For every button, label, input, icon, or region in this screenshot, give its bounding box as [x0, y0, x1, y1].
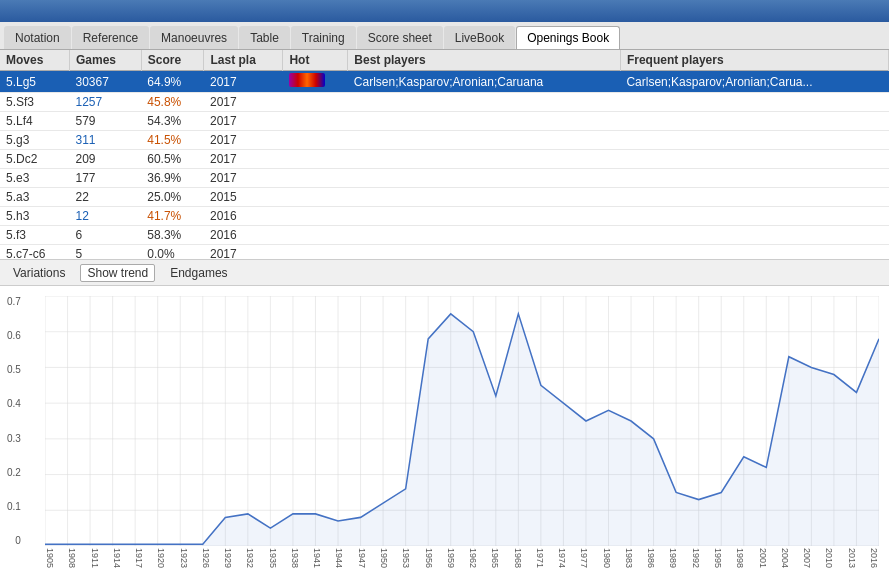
cell-best-players [348, 188, 621, 207]
table-row[interactable]: 5.Lg53036764.9%2017Carlsen;Kasparov;Aron… [0, 71, 889, 93]
cell-best-players [348, 207, 621, 226]
cell-last-pla: 2017 [204, 245, 283, 261]
x-axis-label: 2007 [802, 548, 812, 568]
cell-games: 22 [69, 188, 141, 207]
table-row[interactable]: 5.a32225.0%2015 [0, 188, 889, 207]
x-axis-label: 1965 [490, 548, 500, 568]
tab-reference[interactable]: Reference [72, 26, 149, 49]
hot-indicator [289, 73, 325, 87]
title-bar [0, 0, 889, 22]
tab-notation[interactable]: Notation [4, 26, 71, 49]
x-axis-label: 1947 [357, 548, 367, 568]
cell-score: 0.0% [141, 245, 204, 261]
cell-hot [283, 131, 348, 150]
x-axis: 1905190819111914191719201923192619291932… [45, 548, 879, 568]
cell-games: 209 [69, 150, 141, 169]
tab-scoresheet[interactable]: Score sheet [357, 26, 443, 49]
cell-last-pla: 2017 [204, 150, 283, 169]
x-axis-label: 2013 [847, 548, 857, 568]
cell-last-pla: 2017 [204, 169, 283, 188]
cell-games: 579 [69, 112, 141, 131]
cell-moves: 5.c7-c6 [0, 245, 69, 261]
table-row[interactable]: 5.Sf3125745.8%2017 [0, 93, 889, 112]
cell-score: 36.9% [141, 169, 204, 188]
chart-wrapper: 0.70.60.50.40.30.20.10 19051908191119141… [45, 296, 879, 546]
x-axis-label: 2004 [780, 548, 790, 568]
cell-score: 41.5% [141, 131, 204, 150]
x-axis-label: 1974 [557, 548, 567, 568]
cell-last-pla: 2017 [204, 93, 283, 112]
tab-table[interactable]: Table [239, 26, 290, 49]
table-row[interactable]: 5.f3658.3%2016 [0, 226, 889, 245]
cell-best-players [348, 93, 621, 112]
cell-best-players [348, 131, 621, 150]
x-axis-label: 1920 [156, 548, 166, 568]
cell-last-pla: 2016 [204, 226, 283, 245]
col-header-score[interactable]: Score [141, 50, 204, 71]
col-header-moves[interactable]: Moves [0, 50, 69, 71]
cell-frequent-players [620, 93, 888, 112]
tab-openingsbook[interactable]: Openings Book [516, 26, 620, 49]
table-body: 5.Lg53036764.9%2017Carlsen;Kasparov;Aron… [0, 71, 889, 261]
table-header-row: MovesGamesScoreLast plaHotBest playersFr… [0, 50, 889, 71]
openings-table-container: MovesGamesScoreLast plaHotBest playersFr… [0, 50, 889, 260]
cell-moves: 5.e3 [0, 169, 69, 188]
cell-moves: 5.Dc2 [0, 150, 69, 169]
x-axis-label: 1908 [67, 548, 77, 568]
svg-marker-46 [45, 314, 879, 546]
cell-moves: 5.a3 [0, 188, 69, 207]
cell-frequent-players [620, 188, 888, 207]
y-axis-label: 0.1 [7, 501, 21, 512]
cell-last-pla: 2017 [204, 71, 283, 93]
table-row[interactable]: 5.e317736.9%2017 [0, 169, 889, 188]
table-row[interactable]: 5.g331141.5%2017 [0, 131, 889, 150]
x-axis-label: 1962 [468, 548, 478, 568]
table-row[interactable]: 5.c7-c650.0%2017 [0, 245, 889, 261]
x-axis-label: 2016 [869, 548, 879, 568]
col-header-games[interactable]: Games [69, 50, 141, 71]
cell-hot [283, 112, 348, 131]
tab-manoeuvres[interactable]: Manoeuvres [150, 26, 238, 49]
tab-training[interactable]: Training [291, 26, 356, 49]
x-axis-label: 1980 [602, 548, 612, 568]
cell-frequent-players [620, 150, 888, 169]
x-axis-label: 1986 [646, 548, 656, 568]
table-row[interactable]: 5.Dc220960.5%2017 [0, 150, 889, 169]
sub-tab-endgames[interactable]: Endgames [163, 264, 234, 282]
tab-livebook[interactable]: LiveBook [444, 26, 515, 49]
x-axis-label: 1995 [713, 548, 723, 568]
cell-best-players [348, 226, 621, 245]
cell-hot [283, 226, 348, 245]
sub-tab-variations[interactable]: Variations [6, 264, 72, 282]
cell-last-pla: 2016 [204, 207, 283, 226]
x-axis-label: 1989 [668, 548, 678, 568]
cell-best-players [348, 245, 621, 261]
x-axis-label: 1959 [446, 548, 456, 568]
y-axis: 0.70.60.50.40.30.20.10 [7, 296, 21, 546]
cell-frequent-players: Carlsen;Kasparov;Aronian;Carua... [620, 71, 888, 93]
table-row[interactable]: 5.h31241.7%2016 [0, 207, 889, 226]
chart-area: 0.70.60.50.40.30.20.10 19051908191119141… [0, 286, 889, 576]
cell-moves: 5.Lf4 [0, 112, 69, 131]
x-axis-label: 1935 [268, 548, 278, 568]
y-axis-label: 0 [7, 535, 21, 546]
table-row[interactable]: 5.Lf457954.3%2017 [0, 112, 889, 131]
cell-games: 1257 [69, 93, 141, 112]
col-header-frequent-players[interactable]: Frequent players [620, 50, 888, 71]
y-axis-label: 0.3 [7, 433, 21, 444]
tab-bar: NotationReferenceManoeuvresTableTraining… [0, 22, 889, 50]
sub-tab-bar: VariationsShow trendEndgames [0, 260, 889, 286]
cell-games: 6 [69, 226, 141, 245]
cell-hot [283, 93, 348, 112]
col-header-hot[interactable]: Hot [283, 50, 348, 71]
x-axis-label: 1914 [112, 548, 122, 568]
y-axis-label: 0.6 [7, 330, 21, 341]
cell-score: 41.7% [141, 207, 204, 226]
cell-best-players: Carlsen;Kasparov;Aronian;Caruana [348, 71, 621, 93]
col-header-best-players[interactable]: Best players [348, 50, 621, 71]
x-axis-label: 1929 [223, 548, 233, 568]
x-axis-label: 1998 [735, 548, 745, 568]
sub-tab-showtrend[interactable]: Show trend [80, 264, 155, 282]
y-axis-label: 0.4 [7, 398, 21, 409]
col-header-last-pla[interactable]: Last pla [204, 50, 283, 71]
